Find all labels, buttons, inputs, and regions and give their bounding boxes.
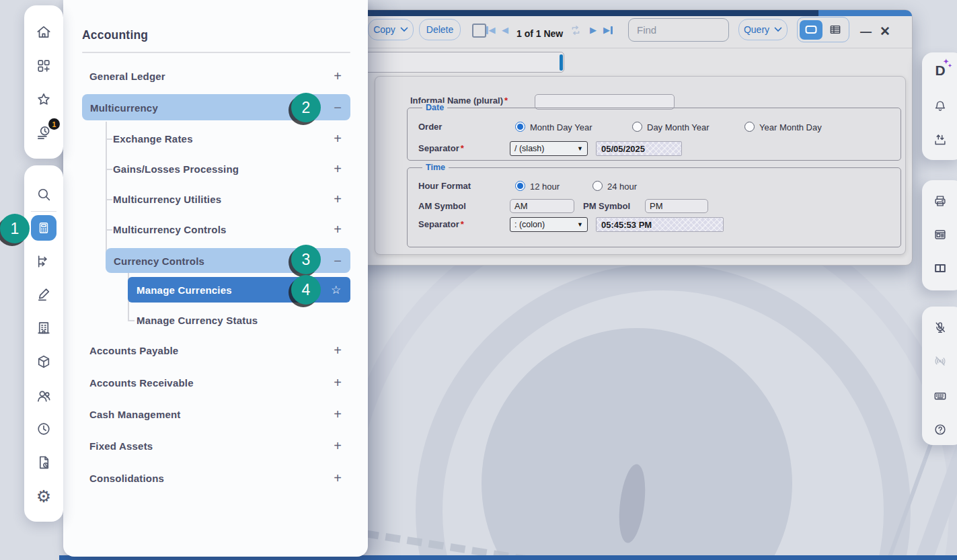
- collapse-icon[interactable]: −: [329, 99, 346, 116]
- microphone-muted-icon[interactable]: [933, 320, 948, 335]
- hour-format-label: Hour Format: [418, 181, 471, 191]
- favorites-star-icon[interactable]: [35, 91, 52, 108]
- menu-item-cash-management[interactable]: Cash Management: [89, 405, 181, 423]
- favorite-star-icon[interactable]: ☆: [331, 283, 341, 297]
- process-flow-icon[interactable]: [36, 253, 52, 270]
- last-record-icon[interactable]: ▶: [603, 26, 613, 34]
- next-record-icon[interactable]: ▶: [590, 26, 597, 34]
- order-year-month-day-radio[interactable]: [744, 122, 755, 132]
- minimize-button[interactable]: —: [860, 26, 872, 38]
- tree-line: [106, 122, 107, 256]
- accounting-calculator-icon[interactable]: [31, 215, 56, 241]
- expand-icon[interactable]: +: [329, 342, 346, 359]
- expand-icon[interactable]: +: [329, 437, 346, 454]
- order-day-month-year-label: Day Month Year: [647, 122, 710, 132]
- dela-assistant-icon[interactable]: D ✦ ✦: [935, 63, 945, 79]
- tree-line: [106, 138, 112, 140]
- print-icon[interactable]: [933, 194, 948, 208]
- time-separator-label: Separator*: [418, 219, 464, 229]
- watermark-disc: [482, 328, 792, 560]
- tree-line: [106, 199, 112, 200]
- date-separator-select[interactable]: / (slash) ▼: [510, 141, 588, 156]
- copy-button-label: Copy: [373, 24, 395, 35]
- search-icon[interactable]: [36, 186, 52, 203]
- order-month-day-year-radio[interactable]: [515, 122, 525, 132]
- voice-output-muted-icon[interactable]: [933, 354, 948, 368]
- first-record-icon[interactable]: ◀: [486, 26, 496, 34]
- hour-12-radio[interactable]: [515, 181, 525, 191]
- menu-item-accounts-receivable[interactable]: Accounts Receivable: [89, 374, 194, 391]
- expand-icon[interactable]: +: [329, 374, 346, 391]
- pm-symbol-label: PM Symbol: [583, 201, 630, 211]
- home-icon[interactable]: [35, 24, 52, 41]
- menu-item-accounts-payable[interactable]: Accounts Payable: [89, 342, 178, 359]
- expand-icon[interactable]: +: [329, 190, 346, 208]
- currency-code-input[interactable]: [354, 52, 564, 73]
- menu-item-general-ledger[interactable]: General Ledger: [89, 67, 165, 85]
- form-designer-icon[interactable]: [933, 227, 948, 242]
- menu-item-consolidations[interactable]: Consolidations: [89, 469, 164, 487]
- time-preview-field: 05:45:53 PM: [596, 217, 724, 232]
- document-history-icon[interactable]: [36, 454, 52, 471]
- menu-item-gains-losses-processing[interactable]: Gains/Losses Processing: [113, 160, 239, 177]
- select-arrow-icon: ▼: [577, 145, 583, 152]
- notification-count-badge: 1: [48, 118, 60, 130]
- am-symbol-input[interactable]: AM: [510, 199, 574, 213]
- table-view-button[interactable]: [824, 20, 847, 40]
- keyboard-icon[interactable]: [933, 389, 948, 404]
- form-view-button[interactable]: [800, 20, 822, 40]
- people-icon[interactable]: [35, 387, 52, 405]
- time-separator-select[interactable]: : (colon) ▼: [510, 217, 588, 232]
- order-month-day-year-label: Month Day Year: [530, 122, 592, 132]
- pm-symbol-input[interactable]: PM: [645, 199, 708, 213]
- tree-line: [106, 169, 112, 170]
- query-button[interactable]: Query: [738, 19, 788, 40]
- expand-icon[interactable]: +: [329, 469, 346, 487]
- expand-icon[interactable]: +: [329, 130, 346, 147]
- menu-item-exchange-rates[interactable]: Exchange Rates: [113, 130, 193, 147]
- tree-line: [106, 229, 112, 231]
- tree-line: [128, 320, 135, 321]
- menu-item-fixed-assets[interactable]: Fixed Assets: [89, 437, 153, 454]
- right-rail-bottom-card: [922, 307, 957, 445]
- left-rail-bottom-card: ⚙: [24, 165, 63, 522]
- table-view-icon: [829, 24, 842, 35]
- settings-gear-icon[interactable]: ⚙: [36, 488, 51, 505]
- menu-item-multicurrency-controls[interactable]: Multicurrency Controls: [113, 221, 227, 238]
- copy-button[interactable]: Copy: [368, 19, 414, 40]
- menu-title: Accounting: [82, 28, 148, 42]
- accounting-flyout-menu: Accounting General Ledger + Multicurrenc…: [63, 0, 368, 557]
- time-group: Time Hour Format 12 hour 24 hour AM Symb…: [407, 167, 901, 247]
- company-building-icon[interactable]: [36, 320, 52, 337]
- hour-24-radio[interactable]: [592, 181, 603, 191]
- apps-grid-icon[interactable]: [36, 58, 52, 75]
- inventory-cube-icon[interactable]: [36, 354, 52, 370]
- record-position-indicator: 1 of 1 New: [516, 28, 563, 39]
- select-record-checkbox[interactable]: [472, 24, 486, 38]
- refresh-sync-icon[interactable]: [568, 24, 583, 38]
- help-icon[interactable]: [933, 422, 948, 437]
- menu-title-divider: [82, 52, 350, 53]
- hour-12-label: 12 hour: [530, 182, 560, 192]
- expand-icon[interactable]: +: [329, 405, 346, 423]
- menu-item-multicurrency-utilities[interactable]: Multicurrency Utilities: [113, 190, 221, 208]
- close-button[interactable]: ✕: [880, 25, 890, 38]
- delete-button[interactable]: Delete: [419, 19, 461, 40]
- expand-icon[interactable]: +: [329, 160, 346, 177]
- split-columns-icon[interactable]: [933, 261, 948, 276]
- right-rail-middle-card: [922, 180, 957, 290]
- expand-icon[interactable]: +: [329, 221, 346, 238]
- notifications-bell-icon[interactable]: [933, 99, 948, 114]
- collapse-icon[interactable]: −: [329, 252, 346, 270]
- signature-pen-icon[interactable]: [36, 286, 52, 303]
- menu-item-manage-currency-status[interactable]: Manage Currency Status: [137, 311, 258, 329]
- order-day-month-year-radio[interactable]: [632, 122, 642, 132]
- step-badge-4: 4: [291, 275, 321, 305]
- previous-record-icon[interactable]: ◀: [502, 26, 508, 34]
- hour-24-label: 24 hour: [607, 182, 637, 192]
- right-rail-top-card: D ✦ ✦: [922, 52, 957, 160]
- find-input[interactable]: [628, 18, 729, 42]
- time-clock-icon[interactable]: [36, 421, 52, 438]
- expand-icon[interactable]: +: [329, 67, 346, 85]
- import-export-tray-icon[interactable]: [933, 132, 948, 147]
